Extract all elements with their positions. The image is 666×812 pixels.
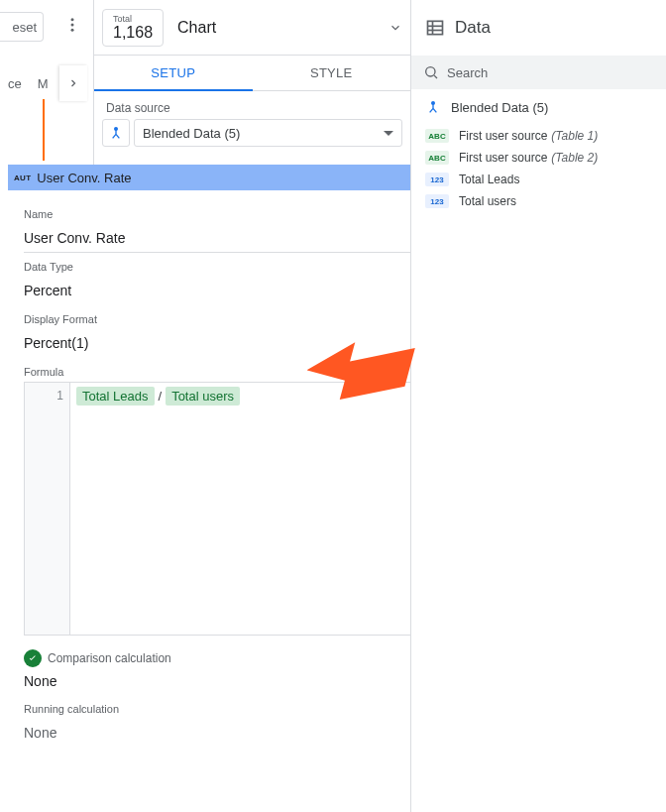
tab-style[interactable]: STYLE	[253, 56, 411, 90]
blend-icon[interactable]	[102, 119, 130, 147]
total-value: 1,168	[113, 24, 153, 42]
svg-point-3	[115, 128, 118, 131]
tab-scroll-right[interactable]	[59, 65, 87, 101]
line-gutter: 1	[25, 383, 70, 635]
chevron-right-icon	[67, 77, 79, 89]
data-source-select[interactable]: Blended Data (5)	[134, 119, 402, 147]
formula-token-right: Total users	[166, 387, 240, 406]
type-pill-icon: 123	[425, 173, 449, 186]
field-row[interactable]: 123Total Leads	[411, 169, 666, 190]
reset-button[interactable]: eset	[0, 12, 44, 42]
blend-icon	[425, 99, 441, 115]
more-options-button[interactable]	[57, 10, 87, 40]
data-source-label: Data source	[94, 91, 410, 119]
type-pill-icon: ABC	[425, 151, 449, 165]
search-placeholder: Search	[447, 65, 488, 80]
svg-point-0	[71, 18, 74, 21]
comparison-value: None	[24, 673, 56, 689]
blended-source-row[interactable]: Blended Data (5)	[411, 89, 666, 125]
running-value: None	[24, 725, 56, 741]
field-name: Total Leads	[459, 173, 519, 186]
data-panel-header: Data	[411, 0, 666, 56]
field-row[interactable]: 123Total users	[411, 190, 666, 212]
formula-token-left: Total Leads	[76, 387, 155, 406]
scorecard-total[interactable]: Total 1,168	[102, 9, 164, 47]
chevron-down-icon	[388, 21, 402, 35]
svg-point-1	[71, 24, 74, 27]
comparison-label: Comparison calculation	[48, 651, 171, 665]
reset-label: eset	[12, 20, 37, 35]
field-chip-label: User Conv. Rate	[37, 171, 131, 185]
svg-line-9	[434, 75, 437, 78]
field-name: Total users	[459, 194, 516, 208]
field-row[interactable]: ABCFirst user source(Table 1)	[411, 125, 666, 147]
field-type-badge: AUT	[14, 174, 31, 182]
data-type-value: Percent	[24, 283, 71, 298]
tab-setup[interactable]: SETUP	[94, 56, 253, 90]
type-pill-icon: 123	[425, 194, 449, 208]
caret-down-icon	[384, 131, 393, 136]
bg-tab-1[interactable]: ce	[0, 76, 30, 91]
svg-rect-4	[428, 21, 443, 34]
total-label: Total	[113, 14, 153, 24]
data-source-value: Blended Data (5)	[143, 126, 240, 141]
search-icon	[423, 64, 439, 80]
field-name: First user source	[459, 129, 547, 143]
more-vert-icon	[63, 16, 81, 34]
blended-source-label: Blended Data (5)	[451, 100, 548, 115]
data-panel: Data Search Blended Data (5) ABCFirst us…	[410, 0, 666, 812]
search-input[interactable]: Search	[411, 56, 666, 89]
field-name: First user source	[459, 151, 547, 165]
svg-point-10	[432, 102, 435, 105]
check-circle-icon	[24, 649, 42, 667]
field-suffix: (Table 1)	[551, 129, 598, 143]
field-suffix: (Table 2)	[551, 151, 598, 165]
svg-point-2	[71, 29, 74, 32]
decorative-line	[43, 99, 45, 161]
field-row[interactable]: ABCFirst user source(Table 2)	[411, 147, 666, 169]
type-pill-icon: ABC	[425, 129, 449, 143]
data-header-label: Data	[455, 18, 491, 38]
bg-tab-2[interactable]: M	[30, 76, 56, 91]
formula-operator: /	[159, 389, 163, 404]
svg-point-8	[426, 67, 435, 76]
chart-type-selector[interactable]: Chart	[171, 19, 388, 37]
display-format-value: Percent(1)	[24, 335, 88, 351]
data-icon	[425, 18, 445, 38]
